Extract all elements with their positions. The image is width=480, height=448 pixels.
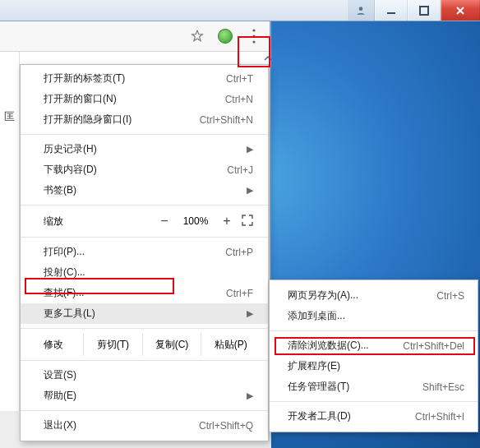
maximize-icon <box>419 6 429 16</box>
menu-item-label: 查找(F)... <box>44 286 218 300</box>
submenu-save-as[interactable]: 网页另存为(A)... Ctrl+S <box>270 285 478 306</box>
menu-separator <box>21 410 268 411</box>
menu-new-window[interactable]: 打开新的窗口(N) Ctrl+N <box>21 89 268 109</box>
chevron-right-icon: ▶ <box>247 308 253 319</box>
menu-item-label: 设置(S) <box>44 368 253 382</box>
chevron-up-icon <box>263 53 273 63</box>
globe-icon <box>218 29 233 44</box>
menu-item-accel: Ctrl+N <box>225 94 253 105</box>
chevron-right-icon: ▶ <box>247 185 253 196</box>
menu-new-incognito[interactable]: 打开新的隐身窗口(I) Ctrl+Shift+N <box>21 109 268 130</box>
page-left-glyph: 匡 <box>4 110 15 122</box>
menu-item-label: 书签(B) <box>44 183 242 197</box>
menu-item-accel: Ctrl+J <box>227 164 253 176</box>
menu-item-label: 退出(X) <box>44 418 191 432</box>
menu-item-label: 历史记录(H) <box>44 142 242 156</box>
profile-button[interactable] <box>347 0 375 21</box>
svg-rect-2 <box>420 7 428 15</box>
menu-separator <box>21 237 268 238</box>
bookmark-star-button[interactable] <box>186 25 209 48</box>
menu-item-label: 网页另存为(A)... <box>288 289 428 303</box>
menu-zoom-row: 缩放 − 100% + <box>21 210 268 233</box>
menu-separator <box>270 330 478 331</box>
zoom-in-button[interactable]: + <box>215 214 238 229</box>
menu-edit-row: 修改 剪切(T) 复制(C) 粘贴(P) <box>21 333 268 356</box>
menu-item-label: 打印(P)... <box>44 245 217 259</box>
menu-item-accel: Ctrl+F <box>226 288 253 299</box>
submenu-add-to-desktop[interactable]: 添加到桌面... <box>270 306 478 326</box>
menu-item-label: 更多工具(L) <box>44 307 242 321</box>
edit-label: 修改 <box>44 338 83 352</box>
menu-help[interactable]: 帮助(E) ▶ <box>21 386 268 406</box>
menu-item-label: 清除浏览数据(C)... <box>288 339 395 353</box>
menu-item-accel: Ctrl+Shift+N <box>200 114 253 126</box>
menu-downloads[interactable]: 下载内容(D) Ctrl+J <box>21 159 268 180</box>
copy-button[interactable]: 复制(C) <box>142 333 201 356</box>
close-button[interactable] <box>441 0 480 21</box>
scroll-up-arrow[interactable] <box>263 53 273 65</box>
svg-point-3 <box>252 29 255 31</box>
menu-item-label: 投射(C)... <box>44 266 253 279</box>
menu-separator <box>270 401 478 402</box>
zoom-value: 100% <box>176 215 215 227</box>
menu-item-label: 打开新的标签页(T) <box>44 72 218 85</box>
menu-settings[interactable]: 设置(S) <box>21 365 268 386</box>
menu-print[interactable]: 打印(P)... Ctrl+P <box>21 242 268 262</box>
extension-globe-button[interactable] <box>214 25 237 48</box>
chevron-right-icon: ▶ <box>247 390 253 401</box>
menu-exit[interactable]: 退出(X) Ctrl+Shift+Q <box>21 415 268 436</box>
browser-toolbar <box>0 21 270 52</box>
menu-separator <box>21 360 268 361</box>
star-icon <box>190 29 205 44</box>
menu-item-accel: Ctrl+S <box>436 290 464 302</box>
fullscreen-button[interactable] <box>238 215 256 229</box>
submenu-developer-tools[interactable]: 开发者工具(D) Ctrl+Shift+I <box>270 406 478 427</box>
svg-point-5 <box>252 40 255 43</box>
menu-separator <box>21 328 268 329</box>
menu-item-accel: Ctrl+P <box>225 247 253 258</box>
chrome-main-menu: 打开新的标签页(T) Ctrl+T 打开新的窗口(N) Ctrl+N 打开新的隐… <box>20 64 269 441</box>
menu-item-accel: Ctrl+Shift+Del <box>403 340 464 352</box>
menu-item-label: 任务管理器(T) <box>288 380 414 394</box>
menu-separator <box>21 205 268 206</box>
zoom-label: 缩放 <box>44 215 153 229</box>
menu-bookmarks[interactable]: 书签(B) ▶ <box>21 180 268 201</box>
menu-item-accel: Ctrl+T <box>226 73 253 85</box>
more-tools-submenu: 网页另存为(A)... Ctrl+S 添加到桌面... 清除浏览数据(C)...… <box>269 279 478 432</box>
menu-separator <box>21 134 268 135</box>
submenu-task-manager[interactable]: 任务管理器(T) Shift+Esc <box>270 376 478 397</box>
menu-more-tools[interactable]: 更多工具(L) ▶ <box>21 303 268 324</box>
svg-point-0 <box>359 7 363 11</box>
chrome-menu-button[interactable] <box>242 24 266 48</box>
profile-icon <box>355 5 367 16</box>
menu-item-label: 开发者工具(D) <box>288 409 407 423</box>
zoom-out-button[interactable]: − <box>153 214 176 229</box>
submenu-extensions[interactable]: 扩展程序(E) <box>270 356 478 376</box>
menu-item-accel: Shift+Esc <box>422 381 464 393</box>
svg-rect-1 <box>387 12 395 14</box>
minimize-icon <box>386 6 396 16</box>
menu-item-label: 添加到桌面... <box>288 309 464 323</box>
minimize-button[interactable] <box>375 0 408 21</box>
page-left-strip: 匡 <box>0 52 20 448</box>
menu-item-label: 帮助(E) <box>44 389 242 403</box>
maximize-button[interactable] <box>408 0 441 21</box>
paste-button[interactable]: 粘贴(P) <box>201 333 260 356</box>
chevron-right-icon: ▶ <box>247 144 253 155</box>
menu-new-tab[interactable]: 打开新的标签页(T) Ctrl+T <box>21 68 268 89</box>
menu-item-accel: Ctrl+Shift+I <box>415 411 464 423</box>
window-titlebar <box>0 0 480 21</box>
menu-item-label: 打开新的隐身窗口(I) <box>44 113 192 127</box>
menu-cast[interactable]: 投射(C)... <box>21 262 268 283</box>
menu-item-label: 打开新的窗口(N) <box>44 92 217 106</box>
svg-point-4 <box>252 35 255 37</box>
cut-button[interactable]: 剪切(T) <box>83 333 142 356</box>
kebab-menu-icon <box>252 29 256 44</box>
menu-history[interactable]: 历史记录(H) ▶ <box>21 139 268 159</box>
fullscreen-icon <box>242 215 253 226</box>
close-icon <box>455 5 466 16</box>
menu-item-accel: Ctrl+Shift+Q <box>199 420 253 432</box>
submenu-clear-browsing-data[interactable]: 清除浏览数据(C)... Ctrl+Shift+Del <box>270 335 478 356</box>
menu-find[interactable]: 查找(F)... Ctrl+F <box>21 283 268 303</box>
menu-item-label: 扩展程序(E) <box>288 359 464 373</box>
